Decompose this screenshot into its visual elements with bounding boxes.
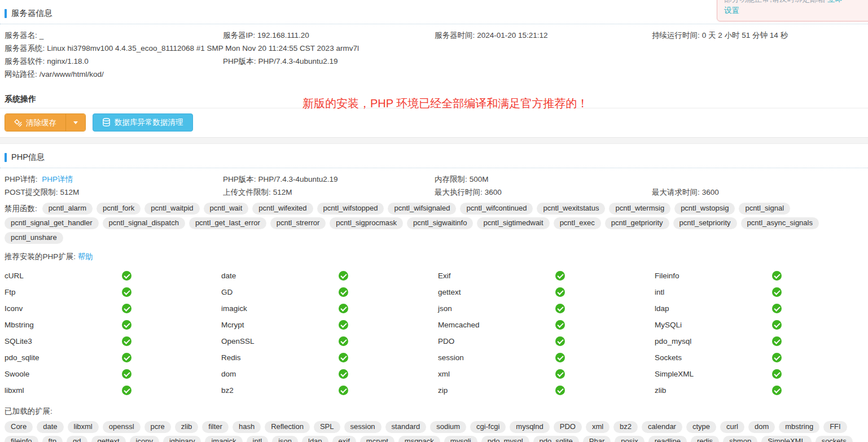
check-icon — [339, 386, 348, 395]
extension-name: libxml — [5, 386, 122, 395]
loaded-extension-tag: pdo_sqlite — [533, 436, 579, 442]
system-ops-buttons: 清除缓存 数据库异常数据清理 — [5, 113, 868, 132]
help-link[interactable]: 帮助 — [78, 252, 93, 261]
extension-item: zlib — [655, 382, 868, 399]
check-icon — [339, 271, 348, 281]
extension-item: xml — [438, 366, 655, 382]
clear-cache-dropdown-button[interactable] — [65, 114, 85, 132]
loaded-extension-tag: bz2 — [613, 421, 638, 433]
check-icon — [772, 353, 782, 362]
extension-name: Ftp — [5, 288, 122, 296]
loaded-extension-tag: standard — [385, 421, 427, 433]
db-clean-button[interactable]: 数据库异常数据清理 — [93, 113, 193, 132]
check-icon — [122, 271, 131, 281]
check-icon — [555, 353, 565, 362]
notification-message: 部分功能正常,请及时绑定邮箱 — [724, 0, 825, 3]
loaded-extension-tag: mcrypt — [360, 436, 394, 442]
loaded-extension-tag: Reflection — [265, 421, 310, 433]
loaded-extension-tag: gettext — [91, 436, 126, 442]
check-icon — [339, 304, 348, 313]
disabled-function-tag: pcntl_signal_dispatch — [103, 217, 185, 229]
extension-item: date — [221, 268, 438, 284]
notification-settings-link[interactable]: 设置 — [724, 6, 739, 15]
loaded-extension-tag: posix — [615, 436, 644, 442]
extension-item: Mbstring — [5, 317, 221, 333]
extension-name: ldap — [655, 304, 772, 313]
loaded-extension-tag: imagick — [205, 436, 242, 442]
loaded-extension-tag: hash — [233, 421, 261, 433]
notification-popup: 部分功能正常,请及时绑定邮箱 立即 设置 — [717, 0, 868, 21]
extension-name: MySQLi — [655, 321, 772, 329]
extension-item: Ftp — [5, 284, 221, 300]
extension-item: MySQLi — [655, 317, 868, 333]
disabled-function-tag: pcntl_wifstopped — [317, 203, 384, 215]
extension-name: Exif — [438, 272, 555, 280]
loaded-extension-tag: filter — [202, 421, 229, 433]
check-icon — [772, 304, 782, 313]
extension-item: Swoole — [5, 366, 221, 382]
check-icon — [122, 386, 131, 395]
extension-name: gettext — [438, 288, 555, 296]
loaded-extension-tag: openssl — [103, 421, 141, 433]
extension-name: Sockets — [655, 353, 772, 362]
loaded-extension-tag: mysqlnd — [510, 421, 549, 433]
extension-item: libxml — [5, 382, 221, 399]
extension-name: Iconv — [5, 304, 122, 313]
disabled-function-tag: pcntl_signal_get_handler — [5, 217, 99, 229]
check-icon — [555, 369, 565, 379]
extension-item: pdo_sqlite — [5, 349, 221, 366]
loaded-extensions-tags: CoredatelibxmlopensslpcrezlibfilterhashR… — [0, 417, 868, 442]
loaded-extension-tag: exif — [332, 436, 356, 442]
upload-limit-field: 上传文件限制:512M — [223, 186, 435, 199]
check-icon — [122, 287, 131, 297]
extension-name: GD — [221, 288, 339, 296]
disabled-function-tag: pcntl_async_signals — [741, 217, 819, 229]
disabled-function-tag: pcntl_exec — [554, 217, 601, 229]
database-icon — [102, 118, 111, 126]
db-clean-label: 数据库异常数据清理 — [115, 117, 183, 128]
extension-item: json — [438, 300, 655, 317]
extension-item: PDO — [438, 333, 655, 349]
extension-name: Swoole — [5, 370, 122, 378]
extension-item: gettext — [438, 284, 655, 300]
loaded-extension-tag: curl — [720, 421, 744, 433]
extension-item: OpenSSL — [221, 333, 438, 349]
check-icon — [122, 353, 131, 362]
extension-name: json — [438, 304, 555, 313]
extension-item: Sockets — [655, 349, 868, 366]
loaded-extension-tag: FFI — [823, 421, 847, 433]
php-detail-link[interactable]: PHP详情 — [42, 175, 73, 183]
extension-item: dom — [221, 366, 438, 382]
loaded-extension-tag: xml — [586, 421, 610, 433]
caret-down-icon — [73, 121, 78, 124]
disabled-function-tag: pcntl_sigtimedwait — [477, 217, 549, 229]
disabled-function-tag: pcntl_get_last_error — [189, 217, 266, 229]
loaded-extension-tag: libxml — [68, 421, 99, 433]
clear-cache-button[interactable]: 清除缓存 — [5, 114, 65, 132]
extension-name: Mbstring — [5, 321, 122, 329]
clear-cache-label: 清除缓存 — [26, 118, 56, 128]
extension-name: zip — [438, 386, 555, 395]
server-info-grid: 服务器名:_ 服务器IP:192.168.111.20 服务器时间:2024-0… — [0, 24, 868, 81]
clear-cache-button-group: 清除缓存 — [5, 113, 86, 132]
disabled-function-tag: pcntl_sigprocmask — [330, 217, 403, 229]
check-icon — [772, 271, 782, 281]
extension-name: intl — [655, 288, 772, 296]
extension-name: Mcrypt — [221, 321, 339, 329]
loaded-extension-tag: zlib — [175, 421, 199, 433]
extension-item: imagick — [221, 300, 438, 317]
loaded-extension-tag: SimpleXML — [761, 436, 811, 442]
loaded-extension-tag: calendar — [642, 421, 682, 433]
extension-name: dom — [221, 370, 339, 378]
disabled-function-tag: pcntl_getpriority — [605, 217, 669, 229]
php-version-field: PHP版本:PHP/7.4.3-4ubuntu2.19 — [223, 55, 868, 68]
server-info-page: 部分功能正常,请及时绑定邮箱 立即 设置 服务器信息 服务器名:_ 服务器IP:… — [0, 0, 868, 442]
check-icon — [339, 369, 348, 379]
check-icon — [339, 353, 348, 362]
check-icon — [122, 369, 131, 379]
loaded-extension-tag: readline — [648, 436, 687, 442]
extension-name: xml — [438, 370, 555, 378]
extension-item: SimpleXML — [655, 366, 868, 382]
notification-link-now[interactable]: 立即 — [827, 0, 843, 3]
extension-item: Iconv — [5, 300, 221, 317]
